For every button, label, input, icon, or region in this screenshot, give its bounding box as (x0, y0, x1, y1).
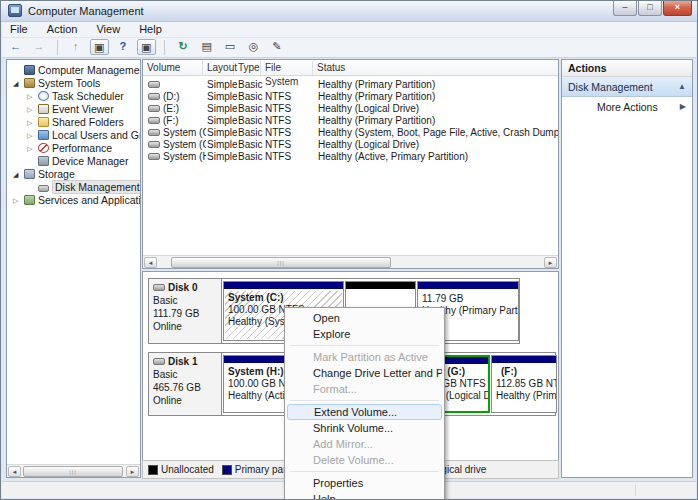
menu-file[interactable]: File (2, 22, 36, 38)
collapsed-icon[interactable]: ▷ (13, 197, 24, 205)
primary-partition-swatch (222, 465, 232, 475)
column-header-type[interactable]: Type (234, 61, 261, 75)
tree-item-event-viewer[interactable]: ▷Event Viewer (27, 103, 114, 116)
tree-item-task-scheduler[interactable]: ▷Task Scheduler (27, 90, 124, 103)
expanded-icon[interactable]: ◢ (13, 171, 24, 179)
menu-item-explore[interactable]: Explore (287, 326, 442, 342)
scroll-right-icon[interactable]: ► (126, 466, 139, 477)
tree-item-local-users-and-groups[interactable]: ▷Local Users and Groups (27, 129, 141, 142)
partition-context-menu: Open Explore Mark Partition as Active Ch… (284, 307, 445, 500)
menu-action[interactable]: Action (39, 22, 86, 38)
minimize-button[interactable]: – (613, 1, 637, 16)
maximize-button[interactable]: □ (638, 1, 662, 16)
legend-item: Unallocated (148, 464, 214, 475)
actions-group-disk-management[interactable]: Disk Management ▲ (562, 77, 692, 97)
collapsed-icon[interactable]: ▷ (27, 132, 38, 140)
volume-row[interactable]: (D:) Simple Basic NTFS Healthy (Primary … (144, 91, 557, 103)
disk-size: 111.79 GB (153, 307, 217, 320)
computer-icon (24, 65, 35, 75)
refresh-icon[interactable]: ↻ (174, 39, 193, 55)
volume-icon (148, 141, 160, 148)
menu-separator (290, 400, 439, 401)
device-manager-icon (38, 156, 49, 166)
collapsed-icon[interactable]: ▷ (27, 145, 38, 153)
scrollbar-thumb[interactable]: ||| (23, 466, 123, 477)
shared-folders-icon (38, 117, 49, 127)
search-icon[interactable]: ◎ (244, 39, 263, 55)
tree-item-label: Device Manager (52, 155, 128, 167)
column-header-volume[interactable]: Volume (143, 61, 203, 75)
menu-item-add-mirror: Add Mirror... (287, 436, 442, 452)
menu-view[interactable]: View (88, 22, 128, 38)
menu-item-shrink-volume[interactable]: Shrink Volume... (287, 420, 442, 436)
event-viewer-icon (38, 104, 49, 114)
volume-icon (148, 117, 160, 124)
title-bar[interactable]: Computer Management – □ × (1, 1, 697, 22)
menu-item-help[interactable]: Help (287, 491, 442, 500)
menu-item-properties[interactable]: Properties (287, 475, 442, 491)
disk-0-label[interactable]: Disk 0 Basic 111.79 GB Online (149, 279, 222, 343)
toolbar-separator (164, 40, 165, 55)
scroll-right-icon[interactable]: ► (544, 257, 557, 268)
menu-item-change-drive-letter[interactable]: Change Drive Letter and Paths... (287, 365, 442, 381)
show-action-pane-icon[interactable]: ▣ (137, 39, 156, 55)
system-tools-icon (24, 78, 35, 88)
collapsed-icon[interactable]: ▷ (27, 119, 38, 127)
volume-list-pane: Volume Layout Type File System Status Si… (142, 59, 559, 269)
partition-f[interactable]: (F:) 112.85 GB NTFS Healthy (Primary Par… (491, 355, 557, 413)
volume-icon (148, 105, 160, 112)
tree-item-performance[interactable]: ▷Performance (27, 142, 112, 155)
menu-help[interactable]: Help (131, 22, 170, 38)
properties-icon[interactable]: ▤ (197, 39, 216, 55)
disk-1-label[interactable]: Disk 1 Basic 465.76 GB Online (149, 353, 222, 415)
tree-item-label: Services and Applications (38, 194, 141, 206)
up-folder-icon[interactable]: ↑ (66, 39, 85, 55)
forward-icon[interactable]: → (29, 39, 48, 55)
disk-settings-icon[interactable]: ✎ (267, 39, 286, 55)
column-header-layout[interactable]: Layout (203, 61, 234, 75)
window-title: Computer Management (28, 5, 144, 17)
collapse-icon[interactable]: ▲ (678, 82, 686, 91)
volume-row[interactable]: System (C:) Simple Basic NTFS Healthy (S… (144, 127, 557, 139)
menu-item-delete-volume: Delete Volume... (287, 452, 442, 468)
tree-horizontal-scrollbar[interactable]: ◄ ||| ► (7, 464, 140, 477)
column-header-status[interactable]: Status (313, 61, 558, 75)
volume-row[interactable]: (E:) Simple Basic NTFS Healthy (Logical … (144, 103, 557, 115)
tree-item-device-manager[interactable]: Device Manager (27, 155, 128, 168)
volume-row[interactable]: System (H:) Simple Basic NTFS Healthy (A… (144, 151, 557, 163)
tree-item-disk-management[interactable]: Disk Management (27, 181, 141, 194)
open-folder-icon[interactable]: ▭ (221, 39, 240, 55)
collapsed-icon[interactable]: ▷ (27, 106, 38, 114)
close-button[interactable]: × (663, 1, 692, 16)
collapsed-icon[interactable]: ▷ (27, 93, 38, 101)
menu-bar: File Action View Help (2, 22, 696, 38)
users-icon (38, 130, 49, 140)
tree-item-computer-management[interactable]: Computer Management (Local) (13, 64, 141, 77)
more-actions-item[interactable]: More Actions ▶ (562, 97, 692, 117)
back-icon[interactable]: ← (6, 39, 25, 55)
volume-list-horizontal-scrollbar[interactable]: ◄ ||| ► (143, 255, 558, 268)
volume-row[interactable]: System (G:) Simple Basic NTFS Healthy (L… (144, 139, 557, 151)
help-icon[interactable]: ? (113, 39, 132, 55)
menu-item-extend-volume[interactable]: Extend Volume... (287, 404, 442, 420)
volume-icon (148, 81, 160, 88)
menu-item-format: Format... (287, 381, 442, 397)
tree-item-label-selected: Disk Management (52, 180, 141, 194)
tree-item-shared-folders[interactable]: ▷Shared Folders (27, 116, 124, 129)
scroll-left-icon[interactable]: ◄ (144, 257, 157, 268)
scroll-left-icon[interactable]: ◄ (8, 466, 21, 477)
volume-icon (148, 93, 160, 100)
menu-item-open[interactable]: Open (287, 310, 442, 326)
tree-item-services-and-applications[interactable]: ▷Services and Applications (13, 194, 141, 207)
volume-row[interactable]: (F:) Simple Basic NTFS Healthy (Primary … (144, 115, 557, 127)
scrollbar-thumb[interactable]: ||| (171, 257, 391, 268)
column-header-file-system[interactable]: File System (261, 61, 313, 75)
volume-row[interactable]: Simple Basic Healthy (Primary Partition) (144, 79, 557, 91)
status-bar-divider (635, 485, 636, 496)
disk-icon (153, 358, 165, 365)
unallocated-swatch (148, 465, 158, 475)
menu-item-mark-partition-active: Mark Partition as Active (287, 349, 442, 365)
show-console-tree-icon[interactable]: ▣ (90, 39, 109, 55)
tree-item-system-tools[interactable]: ◢System Tools (13, 77, 100, 90)
expanded-icon[interactable]: ◢ (13, 80, 24, 88)
